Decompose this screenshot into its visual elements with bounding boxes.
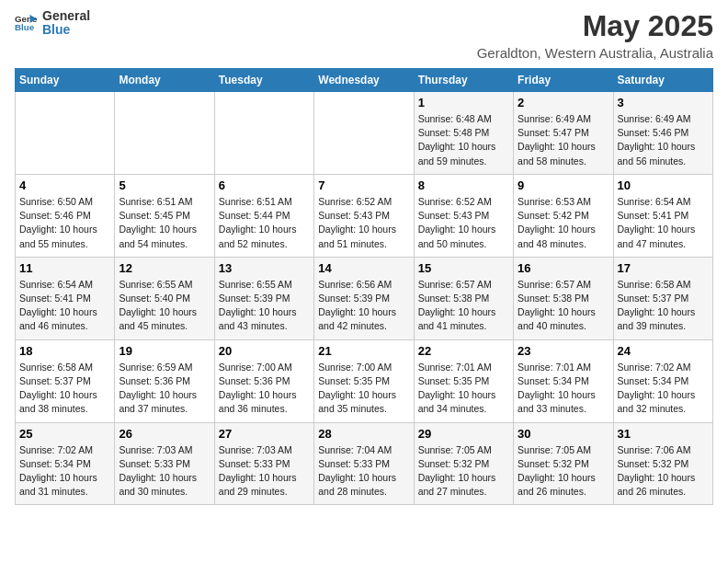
- week-row-2: 4Sunrise: 6:50 AM Sunset: 5:46 PM Daylig…: [16, 174, 713, 257]
- day-info: Sunrise: 6:58 AM Sunset: 5:37 PM Dayligh…: [618, 278, 709, 334]
- calendar-cell: 3Sunrise: 6:49 AM Sunset: 5:46 PM Daylig…: [613, 92, 712, 175]
- day-number: 31: [618, 427, 709, 441]
- calendar-cell: 15Sunrise: 6:57 AM Sunset: 5:38 PM Dayli…: [414, 257, 513, 339]
- calendar-cell: 27Sunrise: 7:03 AM Sunset: 5:33 PM Dayli…: [214, 422, 313, 505]
- day-number: 17: [618, 261, 709, 275]
- calendar-cell: 11Sunrise: 6:54 AM Sunset: 5:41 PM Dayli…: [16, 257, 115, 339]
- day-info: Sunrise: 7:06 AM Sunset: 5:32 PM Dayligh…: [618, 443, 709, 500]
- day-info: Sunrise: 7:04 AM Sunset: 5:33 PM Dayligh…: [318, 443, 409, 500]
- col-header-wednesday: Wednesday: [314, 69, 414, 92]
- day-number: 28: [318, 427, 409, 441]
- calendar-cell: 14Sunrise: 6:56 AM Sunset: 5:39 PM Dayli…: [314, 257, 414, 339]
- day-number: 18: [19, 344, 110, 358]
- main-title: May 2025: [477, 9, 713, 43]
- day-number: 1: [418, 96, 509, 109]
- day-info: Sunrise: 6:54 AM Sunset: 5:41 PM Dayligh…: [618, 195, 709, 251]
- day-info: Sunrise: 6:49 AM Sunset: 5:46 PM Dayligh…: [618, 112, 709, 168]
- calendar-header-row: SundayMondayTuesdayWednesdayThursdayFrid…: [16, 69, 713, 92]
- day-info: Sunrise: 6:53 AM Sunset: 5:42 PM Dayligh…: [518, 195, 609, 251]
- calendar-cell: 31Sunrise: 7:06 AM Sunset: 5:32 PM Dayli…: [613, 422, 712, 505]
- day-number: 11: [19, 261, 110, 275]
- subtitle: Geraldton, Western Australia, Australia: [477, 45, 713, 61]
- day-number: 27: [219, 427, 310, 441]
- day-info: Sunrise: 7:03 AM Sunset: 5:33 PM Dayligh…: [219, 443, 310, 500]
- calendar-cell: 29Sunrise: 7:05 AM Sunset: 5:32 PM Dayli…: [414, 422, 513, 505]
- calendar-cell: 5Sunrise: 6:51 AM Sunset: 5:45 PM Daylig…: [115, 174, 214, 257]
- calendar-cell: 10Sunrise: 6:54 AM Sunset: 5:41 PM Dayli…: [613, 174, 712, 257]
- week-row-4: 18Sunrise: 6:58 AM Sunset: 5:37 PM Dayli…: [16, 339, 713, 422]
- day-info: Sunrise: 6:52 AM Sunset: 5:43 PM Dayligh…: [318, 195, 409, 251]
- calendar-cell: [214, 92, 313, 175]
- calendar-cell: 22Sunrise: 7:01 AM Sunset: 5:35 PM Dayli…: [414, 339, 513, 422]
- day-info: Sunrise: 6:49 AM Sunset: 5:47 PM Dayligh…: [518, 112, 609, 168]
- calendar-cell: 30Sunrise: 7:05 AM Sunset: 5:32 PM Dayli…: [514, 422, 613, 505]
- day-number: 24: [618, 344, 709, 358]
- calendar-cell: 4Sunrise: 6:50 AM Sunset: 5:46 PM Daylig…: [16, 174, 115, 257]
- day-info: Sunrise: 6:57 AM Sunset: 5:38 PM Dayligh…: [518, 278, 609, 334]
- col-header-thursday: Thursday: [414, 69, 513, 92]
- col-header-monday: Monday: [115, 69, 214, 92]
- calendar-cell: 7Sunrise: 6:52 AM Sunset: 5:43 PM Daylig…: [314, 174, 414, 257]
- calendar-body: 1Sunrise: 6:48 AM Sunset: 5:48 PM Daylig…: [16, 92, 713, 505]
- day-info: Sunrise: 7:05 AM Sunset: 5:32 PM Dayligh…: [418, 443, 509, 500]
- day-info: Sunrise: 6:55 AM Sunset: 5:39 PM Dayligh…: [219, 278, 310, 334]
- day-info: Sunrise: 7:00 AM Sunset: 5:36 PM Dayligh…: [219, 361, 310, 417]
- day-number: 6: [219, 178, 310, 192]
- day-number: 7: [318, 178, 409, 192]
- calendar-cell: 20Sunrise: 7:00 AM Sunset: 5:36 PM Dayli…: [214, 339, 313, 422]
- day-info: Sunrise: 6:55 AM Sunset: 5:40 PM Dayligh…: [119, 278, 210, 334]
- calendar-cell: 21Sunrise: 7:00 AM Sunset: 5:35 PM Dayli…: [314, 339, 414, 422]
- day-number: 3: [618, 96, 709, 109]
- day-info: Sunrise: 7:01 AM Sunset: 5:34 PM Dayligh…: [518, 361, 609, 417]
- calendar-cell: 28Sunrise: 7:04 AM Sunset: 5:33 PM Dayli…: [314, 422, 414, 505]
- week-row-3: 11Sunrise: 6:54 AM Sunset: 5:41 PM Dayli…: [16, 257, 713, 339]
- day-number: 26: [119, 427, 210, 441]
- day-number: 14: [318, 261, 409, 275]
- calendar-cell: [115, 92, 214, 175]
- day-number: 22: [418, 344, 509, 358]
- col-header-friday: Friday: [514, 69, 613, 92]
- week-row-5: 25Sunrise: 7:02 AM Sunset: 5:34 PM Dayli…: [16, 422, 713, 505]
- logo: General Blue General Blue: [15, 9, 90, 38]
- day-info: Sunrise: 6:59 AM Sunset: 5:36 PM Dayligh…: [119, 361, 210, 417]
- calendar-cell: 1Sunrise: 6:48 AM Sunset: 5:48 PM Daylig…: [414, 92, 513, 175]
- day-number: 20: [219, 344, 310, 358]
- day-number: 10: [618, 178, 709, 192]
- col-header-sunday: Sunday: [16, 69, 115, 92]
- logo-line1: General: [42, 9, 90, 23]
- day-info: Sunrise: 7:00 AM Sunset: 5:35 PM Dayligh…: [318, 361, 409, 417]
- day-info: Sunrise: 6:52 AM Sunset: 5:43 PM Dayligh…: [418, 195, 509, 251]
- day-number: 2: [518, 96, 609, 109]
- day-number: 12: [119, 261, 210, 275]
- week-row-1: 1Sunrise: 6:48 AM Sunset: 5:48 PM Daylig…: [16, 92, 713, 175]
- calendar-cell: 18Sunrise: 6:58 AM Sunset: 5:37 PM Dayli…: [16, 339, 115, 422]
- day-number: 19: [119, 344, 210, 358]
- logo-icon: General Blue: [15, 12, 37, 34]
- day-number: 21: [318, 344, 409, 358]
- page-header: General Blue General Blue May 2025 Geral…: [15, 9, 713, 61]
- svg-text:Blue: Blue: [15, 23, 35, 33]
- calendar-cell: 23Sunrise: 7:01 AM Sunset: 5:34 PM Dayli…: [514, 339, 613, 422]
- day-number: 15: [418, 261, 509, 275]
- calendar-cell: 6Sunrise: 6:51 AM Sunset: 5:44 PM Daylig…: [214, 174, 313, 257]
- day-number: 25: [19, 427, 110, 441]
- day-number: 23: [518, 344, 609, 358]
- calendar-cell: 19Sunrise: 6:59 AM Sunset: 5:36 PM Dayli…: [115, 339, 214, 422]
- col-header-tuesday: Tuesday: [214, 69, 313, 92]
- calendar-cell: 13Sunrise: 6:55 AM Sunset: 5:39 PM Dayli…: [214, 257, 313, 339]
- day-number: 4: [19, 178, 110, 192]
- calendar-cell: 9Sunrise: 6:53 AM Sunset: 5:42 PM Daylig…: [514, 174, 613, 257]
- title-block: May 2025 Geraldton, Western Australia, A…: [477, 9, 713, 61]
- calendar-cell: [16, 92, 115, 175]
- calendar-cell: 2Sunrise: 6:49 AM Sunset: 5:47 PM Daylig…: [514, 92, 613, 175]
- day-info: Sunrise: 7:01 AM Sunset: 5:35 PM Dayligh…: [418, 361, 509, 417]
- day-number: 29: [418, 427, 509, 441]
- calendar-cell: 8Sunrise: 6:52 AM Sunset: 5:43 PM Daylig…: [414, 174, 513, 257]
- day-info: Sunrise: 7:05 AM Sunset: 5:32 PM Dayligh…: [518, 443, 609, 500]
- day-info: Sunrise: 6:58 AM Sunset: 5:37 PM Dayligh…: [19, 361, 110, 417]
- day-info: Sunrise: 7:03 AM Sunset: 5:33 PM Dayligh…: [119, 443, 210, 500]
- col-header-saturday: Saturday: [613, 69, 712, 92]
- day-number: 9: [518, 178, 609, 192]
- day-info: Sunrise: 6:57 AM Sunset: 5:38 PM Dayligh…: [418, 278, 509, 334]
- day-info: Sunrise: 6:56 AM Sunset: 5:39 PM Dayligh…: [318, 278, 409, 334]
